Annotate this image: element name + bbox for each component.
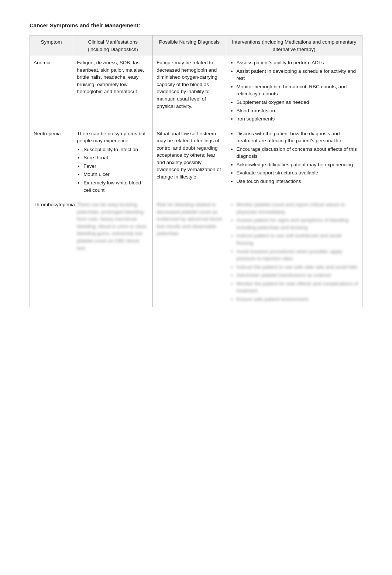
header-diagnosis: Possible Nursing Diagnosis [153, 35, 226, 56]
cell-diagnosis-2: Risk for bleeding related to decreased p… [153, 198, 226, 307]
cell-symptom-0: Anemia [30, 56, 73, 127]
cell-interventions-0: Assess patient's ability to perform ADLs… [226, 56, 362, 127]
cell-manifestations-0: Fatigue, dizziness, SOB, fast heartbeat,… [73, 56, 153, 127]
cell-manifestations-1: There can be no symptoms but people may … [73, 127, 153, 198]
cell-symptom-1: Neutropenia [30, 127, 73, 198]
cell-diagnosis-1: Situational low self-esteem may be relat… [153, 127, 226, 198]
cell-manifestations-2: There can be easy bruising, petechiae, p… [73, 198, 153, 307]
page-title: Cancer Symptoms and their Management: [30, 22, 362, 28]
header-manifestations: Clinical Manifestations (including Diagn… [73, 35, 153, 56]
main-table: Symptom Clinical Manifestations (includi… [30, 35, 362, 307]
cell-interventions-2: Monitor platelet count and report critic… [226, 198, 362, 307]
cell-diagnosis-0: Fatigue may be related to decreased hemo… [153, 56, 226, 127]
header-interventions: Interventions (including Medications and… [226, 35, 362, 56]
header-symptom: Symptom [30, 35, 73, 56]
cell-interventions-1: Discuss with the patient how the diagnos… [226, 127, 362, 198]
cell-symptom-2: Thrombocytopenia [30, 198, 73, 307]
